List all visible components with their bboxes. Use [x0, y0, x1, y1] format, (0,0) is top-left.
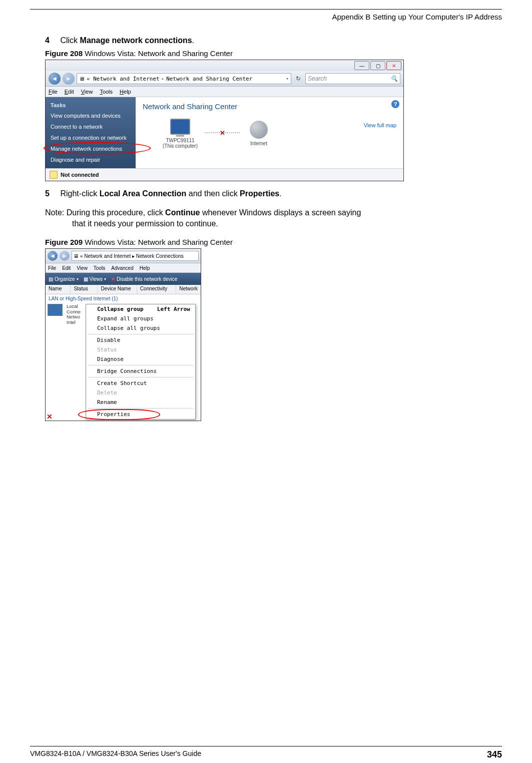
ctx-delete: Delete: [86, 388, 195, 398]
menu-help[interactable]: Help: [120, 89, 131, 95]
figure-208-screenshot: — ▢ ✕ ◄ ► 🖥 « Network and Internet ▸ Net…: [45, 60, 404, 181]
menu-view[interactable]: View: [77, 265, 88, 271]
lan-connection-label: Local Conne Netwo Intel: [67, 304, 84, 420]
ctx-properties[interactable]: Properties: [86, 410, 195, 419]
page-footer: VMG8324-B10A / VMG8324-B30A Series User'…: [30, 746, 502, 760]
page-title: Network and Sharing Center: [143, 102, 396, 111]
menu-file[interactable]: File: [49, 89, 58, 95]
menu-tools[interactable]: Tools: [100, 89, 113, 95]
address-bar[interactable]: 🖥 « Network and Internet ▸ Network and S…: [77, 73, 291, 84]
column-headers: Name Status Device Name Connectivity Net…: [46, 285, 201, 294]
figure-209-caption: Figure 209 Windows Vista: Network and Sh…: [45, 238, 502, 246]
folder-icon: ▤: [49, 276, 53, 282]
window-titlebar: — ▢ ✕: [46, 60, 403, 71]
col-device-name[interactable]: Device Name: [98, 285, 137, 294]
minimize-button[interactable]: —: [354, 61, 369, 70]
col-network[interactable]: Network: [176, 285, 201, 294]
step-4: 4 Click Manage network connections.: [45, 36, 502, 45]
warning-icon: [50, 171, 58, 179]
menu-view[interactable]: View: [81, 89, 93, 95]
lan-connection-icon[interactable]: ✕: [48, 304, 65, 420]
figure-208-caption: Figure 208 Windows Vista: Network and Sh…: [45, 49, 502, 58]
network-adapter-icon: [48, 304, 63, 316]
status-bar: Not connected: [46, 168, 403, 181]
col-connectivity[interactable]: Connectivity: [137, 285, 176, 294]
menu-bar: File Edit View Tools Help: [46, 87, 403, 97]
views-button[interactable]: ▦Views▾: [84, 276, 107, 282]
dropdown-icon[interactable]: ▾: [286, 76, 289, 81]
connection-line: ✕: [205, 132, 240, 133]
note: Note: During this procedure, click Conti…: [45, 207, 502, 229]
context-menu: Collapse group Left Arrow Expand all gro…: [86, 304, 196, 420]
step-5: 5 Right-click Local Area Connection and …: [45, 189, 502, 198]
refresh-button[interactable]: ↻: [293, 75, 303, 82]
col-name[interactable]: Name: [46, 285, 71, 294]
node-internet: Internet: [247, 120, 271, 146]
control-panel-icon: 🖥: [74, 253, 79, 259]
running-header: Appendix B Setting up Your Computer's IP…: [30, 13, 502, 21]
task-setup-connection[interactable]: Set up a connection or network: [46, 132, 136, 143]
tasks-heading: Tasks: [46, 100, 136, 110]
ctx-collapse-group[interactable]: Collapse group Left Arrow: [86, 304, 195, 314]
search-input[interactable]: Search 🔍: [305, 73, 400, 84]
menu-edit[interactable]: Edit: [62, 265, 71, 271]
globe-icon: [250, 121, 268, 139]
step-number: 4: [45, 36, 58, 45]
figure-209-screenshot: ◄ ► 🖥 « Network and Internet ▸ Network C…: [45, 248, 201, 421]
task-manage-connections[interactable]: Manage network connections: [46, 143, 136, 154]
menu-edit[interactable]: Edit: [65, 89, 74, 95]
network-sharing-main: ? Network and Sharing Center View full m…: [136, 97, 403, 168]
ctx-collapse-all[interactable]: Collapse all groups: [86, 323, 195, 333]
menu-advanced[interactable]: Advanced: [111, 265, 133, 271]
organize-button[interactable]: ▤Organize▾: [49, 276, 79, 282]
ctx-create-shortcut[interactable]: Create Shortcut: [86, 378, 195, 388]
address-bar[interactable]: 🖥 « Network and Internet ▸ Network Conne…: [72, 251, 199, 261]
col-status[interactable]: Status: [71, 285, 98, 294]
guide-title: VMG8324-B10A / VMG8324-B30A Series User'…: [30, 749, 201, 760]
ctx-expand-all[interactable]: Expand all groups: [86, 314, 195, 323]
menu-tools[interactable]: Tools: [94, 265, 105, 271]
forward-button[interactable]: ►: [60, 251, 70, 261]
delete-x-icon: ✕: [111, 276, 115, 282]
node-this-computer: TWPC99111 (This computer): [163, 117, 198, 149]
toolbar: ▤Organize▾ ▦Views▾ ✕Disable this network…: [46, 273, 201, 285]
step-bold: Manage network connections: [80, 36, 192, 45]
view-full-map-link[interactable]: View full map: [364, 122, 396, 128]
menu-bar: File Edit View Tools Advanced Help: [46, 263, 201, 273]
page-number: 345: [487, 749, 502, 760]
computer-icon: [170, 119, 190, 135]
search-icon: 🔍: [390, 75, 398, 82]
forward-button[interactable]: ►: [63, 73, 75, 85]
close-button[interactable]: ✕: [386, 61, 401, 70]
task-view-computers[interactable]: View computers and devices: [46, 110, 136, 121]
step-text: Click: [60, 36, 80, 45]
help-icon[interactable]: ?: [391, 100, 399, 108]
control-panel-icon: 🖥: [79, 76, 85, 82]
tasks-panel: Tasks View computers and devices Connect…: [46, 97, 136, 168]
task-diagnose-repair[interactable]: Diagnose and repair: [46, 154, 136, 165]
back-button[interactable]: ◄: [49, 73, 61, 85]
menu-file[interactable]: File: [48, 265, 56, 271]
ctx-rename[interactable]: Rename: [86, 398, 195, 407]
task-connect-network[interactable]: Connect to a network: [46, 121, 136, 132]
ctx-bridge[interactable]: Bridge Connections: [86, 366, 195, 376]
step-number: 5: [45, 189, 58, 198]
group-lan: LAN or High-Speed Internet (1): [46, 294, 201, 303]
views-icon: ▦: [84, 276, 88, 282]
maximize-button[interactable]: ▢: [370, 61, 385, 70]
ctx-status: Status: [86, 345, 195, 354]
ctx-diagnose[interactable]: Diagnose: [86, 354, 195, 364]
disable-device-button[interactable]: ✕Disable this network device: [111, 276, 177, 282]
disconnected-x-icon: ✕: [220, 129, 225, 137]
back-button[interactable]: ◄: [48, 251, 58, 261]
disconnected-x-icon: ✕: [47, 413, 53, 421]
menu-help[interactable]: Help: [140, 265, 150, 271]
ctx-disable[interactable]: Disable: [86, 335, 195, 345]
